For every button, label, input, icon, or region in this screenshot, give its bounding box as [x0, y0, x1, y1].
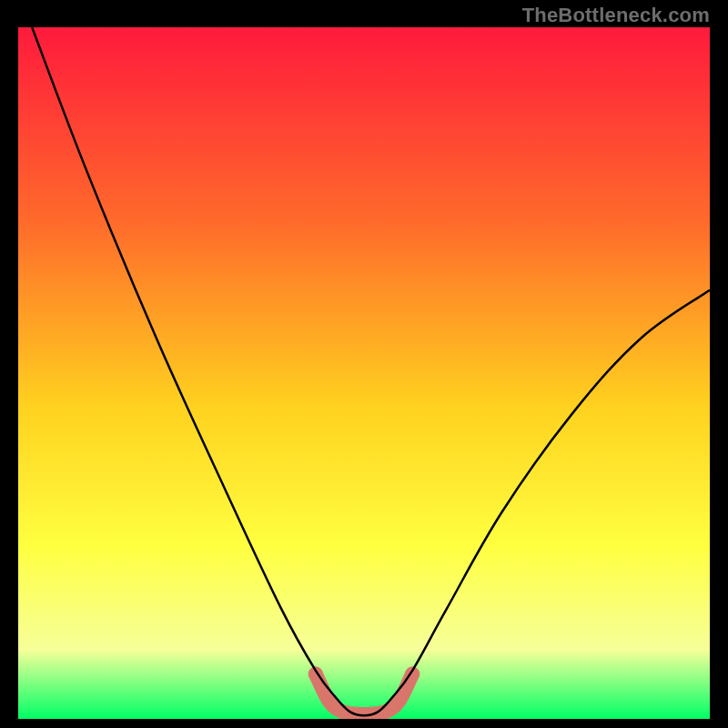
watermark-text: TheBottleneck.com	[522, 4, 710, 27]
chart-frame: TheBottleneck.com	[0, 0, 728, 728]
plot-area	[18, 27, 710, 719]
chart-svg	[18, 27, 710, 719]
